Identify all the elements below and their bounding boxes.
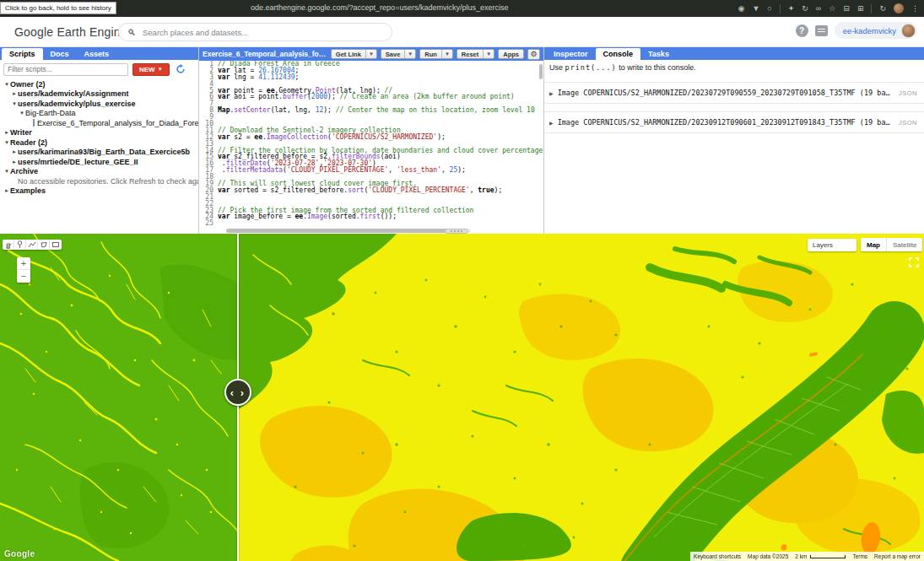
code-line[interactable]: 12var s2 = ee.ImageCollection('COPERNICU… (199, 134, 543, 141)
report-map-error-link[interactable]: Report a map error (871, 552, 924, 561)
tree-toggle-icon[interactable]: ▸ (11, 148, 18, 155)
tree-toggle-icon[interactable]: ▸ (3, 129, 10, 136)
tree-item[interactable]: ▾Reader (2) (0, 138, 198, 148)
polyline-icon[interactable] (26, 240, 38, 250)
tree-item[interactable]: ▾Big-Earth-Data (0, 109, 198, 119)
vertical-scrollbar[interactable] (539, 64, 543, 79)
filter-scripts-input[interactable] (3, 63, 128, 76)
sync-icon[interactable]: ↻ (879, 4, 886, 13)
point-marker-icon[interactable] (14, 240, 26, 250)
horizontal-scrollbar[interactable] (226, 229, 471, 233)
extension-icon[interactable]: ◉ (738, 4, 745, 13)
search-input[interactable]: 🔍︎ Search places and datasets... (118, 23, 392, 41)
code-line[interactable]: 17 .filterMetadata('CLOUDY_PIXEL_PERCENT… (199, 167, 543, 174)
tree-toggle-icon[interactable]: ▾ (11, 100, 18, 107)
panel-resize-handle[interactable] (445, 229, 468, 234)
help-icon[interactable]: ? (796, 24, 808, 37)
tree-item[interactable]: ▸Writer (0, 128, 198, 138)
extension-icon[interactable]: ▼ (752, 4, 759, 13)
expand-triangle-icon[interactable]: ▶ (549, 90, 554, 96)
extension-icon[interactable]: ○ (767, 4, 771, 13)
apps-grid-icon[interactable]: ⊞ (857, 4, 864, 13)
get-link-button[interactable]: Get Link ▼ (331, 49, 377, 59)
extension-icon[interactable]: ✦ (788, 4, 795, 13)
save-button[interactable]: Save ▼ (381, 49, 416, 59)
line-number: 3 (199, 74, 218, 81)
keyboard-shortcuts-link[interactable]: Keyboard shortcuts (690, 552, 744, 561)
tab-assets[interactable]: Assets (77, 48, 117, 60)
rectangle-icon[interactable] (50, 240, 62, 250)
tree-toggle-icon[interactable]: ▸ (11, 159, 18, 165)
map-type-map[interactable]: Map (861, 238, 887, 251)
chevron-down-icon[interactable]: ▼ (365, 50, 376, 58)
account-avatar[interactable] (901, 24, 916, 38)
feedback-icon[interactable] (815, 25, 828, 36)
pan-hand-icon[interactable] (3, 240, 14, 250)
refresh-button[interactable] (174, 62, 187, 76)
code-line[interactable]: 25 (199, 220, 543, 227)
tree-toggle-icon[interactable]: ▾ (3, 168, 10, 175)
new-script-button[interactable]: NEW ▼ (132, 63, 170, 76)
polygon-icon[interactable] (38, 240, 50, 250)
code-line[interactable]: 3var lng = 41.112439; (199, 74, 543, 81)
code-line[interactable]: 6var aoi = point.buffer(2000); // Create… (199, 94, 543, 100)
tree-item[interactable]: ▸users/mrtiede/DE_lecture_GEE_II (0, 157, 198, 167)
tab-console[interactable]: Console (596, 48, 641, 60)
bookmark-star-icon[interactable]: ☆ (829, 4, 835, 13)
map-imagery[interactable] (0, 234, 924, 561)
tree-item[interactable]: ▸users/karimarina93/Big_Earth_Data_Exerc… (0, 148, 198, 158)
expand-triangle-icon[interactable]: ▶ (549, 120, 554, 126)
editor-settings-gear-icon[interactable]: ⚙ (527, 49, 540, 60)
reset-button[interactable]: Reset ▼ (457, 49, 494, 59)
layers-button[interactable]: Layers (808, 239, 856, 251)
tree-item[interactable]: Exercise_6_Temporal_analysis_for_Diada_F… (0, 118, 198, 128)
apps-button[interactable]: Apps (498, 49, 524, 59)
chevron-down-icon[interactable]: ▼ (404, 50, 415, 58)
account-chip[interactable]: ee-kademvicky (835, 22, 917, 39)
code-editor[interactable]: 1// Diada Forest Area in Greece2var lat … (199, 61, 543, 228)
map-type-satellite[interactable]: Satellite (887, 238, 922, 251)
json-link[interactable]: JSON (892, 119, 917, 127)
tree-item[interactable]: ▸Examples (0, 186, 198, 197)
link-icon[interactable]: ∞ (816, 4, 821, 13)
address-bar[interactable]: ode.earthengine.google.com/?accept_repo=… (251, 3, 508, 12)
tab-scripts[interactable]: Scripts (2, 48, 43, 60)
browser-profile-avatar[interactable] (894, 3, 904, 13)
logo[interactable]: Google Earth Engine (0, 25, 127, 39)
tree-item[interactable]: ▸users/kademvicky/Assignment (0, 89, 198, 100)
tab-inspector[interactable]: Inspector (546, 48, 596, 60)
script-filename[interactable]: Exercise_6_Temporal_analysis_for_Diada_F… (203, 50, 327, 58)
fullscreen-icon[interactable] (909, 257, 919, 267)
tab-docs[interactable]: Docs (43, 48, 77, 60)
chevron-down-icon[interactable]: ▼ (441, 50, 452, 58)
zoom-in-button[interactable]: + (17, 257, 30, 270)
history-icon[interactable]: ↻ (802, 4, 808, 13)
kebab-menu-icon[interactable]: ⋮ (911, 4, 919, 13)
terms-link[interactable]: Terms (849, 552, 871, 561)
code-line[interactable]: 24var image_before = ee.Image(sorted.fir… (199, 213, 543, 220)
code-line[interactable]: 21 (199, 194, 543, 201)
scrollbar-thumb[interactable] (226, 229, 451, 233)
code-line[interactable]: 20var sorted = s2_filtered_before.sort('… (199, 187, 543, 194)
tree-toggle-icon[interactable]: ▾ (19, 110, 25, 116)
tree-item[interactable]: ▾Owner (2) (0, 79, 198, 89)
console-entry[interactable]: ▶Image COPERNICUS/S2_HARMONIZED/20230729… (544, 82, 924, 104)
code-line[interactable]: 9 (199, 114, 543, 121)
layer-swipe-handle[interactable]: ‹ › (224, 379, 251, 406)
print-icon[interactable]: ⊟ (843, 4, 850, 13)
code-line[interactable]: 8Map.setCenter(lat, lng, 12); // Center … (199, 107, 543, 114)
console-entry[interactable]: ▶Image COPERNICUS/S2_HARMONIZED/20230912… (544, 111, 924, 133)
map-view[interactable]: ‹ › + − Layers Map (0, 234, 924, 561)
tab-tasks[interactable]: Tasks (640, 48, 677, 60)
tree-toggle-icon[interactable]: ▸ (3, 187, 10, 194)
tree-toggle-icon[interactable]: ▾ (3, 81, 10, 88)
editor-toolbar: Exercise_6_Temporal_analysis_for_Diada_F… (199, 47, 543, 61)
json-link[interactable]: JSON (892, 89, 917, 97)
tree-item[interactable]: ▾Archive (0, 167, 198, 177)
tree-toggle-icon[interactable]: ▸ (11, 90, 18, 97)
tree-item[interactable]: ▾users/kademvicky/plus_exercise (0, 99, 198, 109)
zoom-out-button[interactable]: − (17, 270, 30, 283)
chevron-down-icon[interactable]: ▼ (483, 50, 494, 58)
tree-toggle-icon[interactable]: ▾ (3, 139, 10, 146)
run-button[interactable]: Run ▼ (419, 49, 453, 59)
